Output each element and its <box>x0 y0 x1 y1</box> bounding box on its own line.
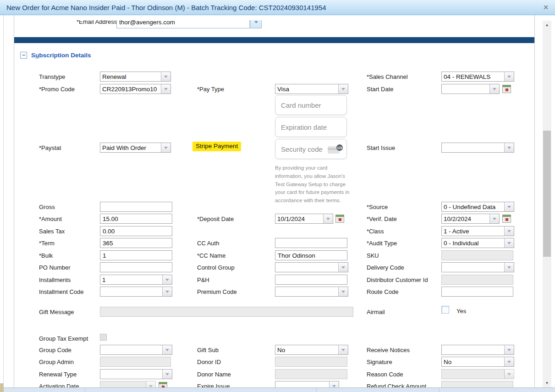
gift-sub-select[interactable] <box>275 345 348 355</box>
chevron-down-icon[interactable] <box>504 357 514 366</box>
donor-id-label: Donor ID <box>197 359 221 365</box>
start-date-value[interactable] <box>442 84 489 94</box>
chevron-down-icon[interactable] <box>161 84 170 94</box>
deposit-date-select[interactable] <box>275 214 333 224</box>
installments-value[interactable] <box>100 275 162 284</box>
po-number-label: PO Number <box>39 264 71 271</box>
subscription-details-header: − Subscription Details <box>20 52 91 59</box>
chevron-down-icon[interactable] <box>504 226 514 236</box>
delivery-code-value[interactable] <box>442 263 504 272</box>
control-group-select[interactable] <box>275 262 348 272</box>
chevron-down-icon[interactable] <box>162 275 172 284</box>
transtype-value[interactable] <box>100 72 161 81</box>
term-field[interactable] <box>100 238 172 248</box>
chevron-down-icon[interactable] <box>504 143 514 152</box>
chevron-down-icon[interactable] <box>323 214 333 223</box>
panel-right-border <box>534 15 535 387</box>
transtype-select[interactable] <box>100 72 171 82</box>
chevron-down-icon[interactable] <box>338 84 348 94</box>
calendar-icon[interactable] <box>502 215 511 223</box>
sales-tax-field[interactable] <box>100 226 172 236</box>
distributor-customer-id-field <box>441 275 513 285</box>
control-group-value[interactable] <box>275 263 338 272</box>
chevron-down-icon[interactable] <box>161 143 170 152</box>
card-number-input[interactable] <box>275 95 347 115</box>
receive-notices-value[interactable] <box>442 345 504 354</box>
pay-type-select[interactable] <box>275 84 348 94</box>
cc-auth-field[interactable] <box>275 238 347 248</box>
scroll-up-icon[interactable]: ▲ <box>543 21 551 28</box>
gift-sub-value[interactable] <box>275 345 338 354</box>
pay-type-value[interactable] <box>275 84 338 94</box>
chevron-down-icon[interactable] <box>504 263 514 272</box>
chevron-down-icon[interactable] <box>162 370 172 379</box>
airmail-checkbox[interactable] <box>441 306 449 314</box>
premium-code-value[interactable] <box>275 287 338 296</box>
deposit-date-value[interactable] <box>275 214 323 223</box>
delivery-code-select[interactable] <box>441 262 514 272</box>
chevron-down-icon[interactable] <box>504 238 514 248</box>
verif-date-value[interactable] <box>442 214 489 223</box>
close-icon[interactable]: ✕ <box>543 4 549 11</box>
chevron-down-icon[interactable] <box>504 72 514 81</box>
installment-code-value[interactable] <box>100 287 162 296</box>
chevron-down-icon[interactable] <box>489 214 499 223</box>
chevron-down-icon[interactable] <box>504 202 514 211</box>
audit-type-select[interactable] <box>441 238 514 248</box>
amount-field[interactable] <box>100 214 172 224</box>
sales-channel-select[interactable] <box>441 72 514 82</box>
chevron-down-icon[interactable] <box>161 72 170 81</box>
route-code-field[interactable] <box>441 287 513 297</box>
group-code-value[interactable] <box>100 345 162 354</box>
source-value[interactable] <box>442 202 504 211</box>
bulk-field[interactable] <box>100 250 172 260</box>
audit-type-value[interactable] <box>442 238 504 248</box>
signature-value[interactable] <box>442 357 504 366</box>
receive-notices-select[interactable] <box>441 345 514 355</box>
renewal-type-label: Renewal Type <box>39 371 77 378</box>
group-code-select[interactable] <box>100 345 172 355</box>
renewal-type-select[interactable] <box>100 369 172 379</box>
signature-select[interactable] <box>441 357 514 367</box>
ph-field[interactable] <box>275 275 347 285</box>
sales-channel-value[interactable] <box>442 72 504 81</box>
cc-name-field[interactable] <box>275 250 347 260</box>
promo-code-value[interactable] <box>100 84 161 94</box>
class-value[interactable] <box>442 226 504 236</box>
scrollbar-thumb[interactable] <box>543 131 551 257</box>
chevron-down-icon[interactable] <box>338 345 348 354</box>
pay-type-label: *Pay Type <box>197 86 224 93</box>
scroll-down-icon[interactable]: ▼ <box>543 379 551 386</box>
term-label: *Term <box>39 240 55 247</box>
po-number-field[interactable] <box>100 262 172 272</box>
chevron-down-icon[interactable] <box>162 287 172 296</box>
verif-date-select[interactable] <box>441 214 500 224</box>
chevron-down-icon[interactable] <box>504 345 514 354</box>
chevron-down-icon[interactable] <box>162 345 172 354</box>
installments-select[interactable] <box>100 275 172 285</box>
start-issue-value[interactable] <box>442 143 504 152</box>
calendar-icon[interactable] <box>502 85 511 93</box>
start-issue-select[interactable] <box>441 143 514 153</box>
premium-code-select[interactable] <box>275 287 348 297</box>
group-tax-exempt-checkbox <box>100 334 107 341</box>
verif-date-label: *Verif. Date <box>367 215 397 222</box>
chevron-down-icon[interactable] <box>338 287 348 296</box>
paystat-value[interactable] <box>100 143 161 152</box>
control-group-label: Control Group <box>197 264 235 271</box>
renewal-type-value[interactable] <box>100 370 162 379</box>
class-select[interactable] <box>441 226 514 236</box>
chevron-down-icon[interactable] <box>338 263 348 272</box>
collapse-icon[interactable]: − <box>20 52 27 59</box>
stripe-payment-highlight: Stripe Payment <box>192 142 241 151</box>
start-date-select[interactable] <box>441 84 500 94</box>
paystat-select[interactable] <box>100 143 171 153</box>
source-select[interactable] <box>441 202 514 212</box>
installment-code-select[interactable] <box>100 287 172 297</box>
bulk-label: *Bulk <box>39 252 53 259</box>
calendar-icon[interactable] <box>335 215 344 223</box>
gross-field[interactable] <box>100 202 172 212</box>
chevron-down-icon[interactable] <box>489 84 499 94</box>
promo-code-select[interactable] <box>100 84 171 94</box>
expiration-date-input[interactable] <box>275 117 347 137</box>
